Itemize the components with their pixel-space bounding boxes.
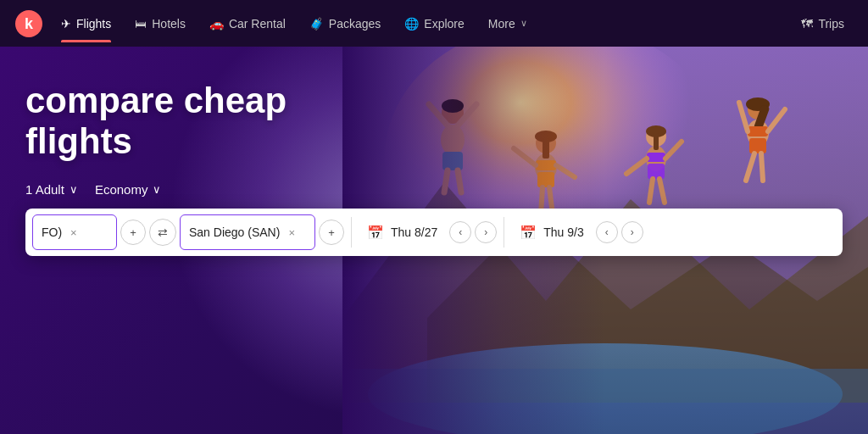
swap-airports-button[interactable]: ⇄ xyxy=(149,219,176,246)
cabin-chevron-icon: ∨ xyxy=(153,183,161,196)
depart-prev-button[interactable]: ‹ xyxy=(449,221,471,243)
destination-field[interactable]: San Diego (SAN) × xyxy=(180,214,315,250)
nav-items: ✈ Flights 🛏 Hotels 🚗 Car Rental 🧳 Packag… xyxy=(51,12,791,36)
passenger-count-label: 1 Adult xyxy=(25,182,64,197)
hotels-label: Hotels xyxy=(152,17,186,31)
hotels-icon: 🛏 xyxy=(135,17,147,31)
cabin-class-selector[interactable]: Economy ∨ xyxy=(95,182,162,197)
nav-item-flights[interactable]: ✈ Flights xyxy=(51,12,121,36)
add-origin-button[interactable]: + xyxy=(120,220,146,245)
flights-label: Flights xyxy=(76,17,111,31)
return-prev-button[interactable]: ‹ xyxy=(596,221,618,243)
add-destination-button[interactable]: + xyxy=(319,220,344,245)
hero-content: compare cheap flights 1 Adult ∨ Economy … xyxy=(0,47,868,434)
origin-clear-button[interactable]: × xyxy=(70,226,77,239)
destination-clear-button[interactable]: × xyxy=(288,226,295,239)
depart-next-button[interactable]: › xyxy=(475,221,497,243)
nav-item-packages[interactable]: 🧳 Packages xyxy=(299,12,391,36)
passenger-selector[interactable]: 1 Adult ∨ xyxy=(25,182,78,197)
navigation: k ✈ Flights 🛏 Hotels 🚗 Car Rental 🧳 Pack… xyxy=(0,0,868,47)
trips-label: Trips xyxy=(818,17,844,31)
svg-text:k: k xyxy=(25,15,34,32)
search-bar: FO) × + ⇄ San Diego (SAN) × + xyxy=(25,209,843,256)
explore-icon: 🌐 xyxy=(404,17,419,31)
depart-date-nav: ‹ › xyxy=(449,221,497,243)
calendar-icon-2: 📅 xyxy=(520,225,537,241)
logo[interactable]: k xyxy=(14,8,44,39)
swap-icon: ⇄ xyxy=(158,225,168,239)
car-rental-label: Car Rental xyxy=(229,17,286,31)
nav-right: 🗺 Trips xyxy=(791,12,854,36)
passenger-label: 1 Adult xyxy=(25,182,64,197)
nav-item-trips[interactable]: 🗺 Trips xyxy=(791,12,854,36)
more-chevron-icon: ∨ xyxy=(520,18,527,29)
passenger-row: 1 Adult ∨ Economy ∨ xyxy=(25,182,843,197)
explore-label: Explore xyxy=(424,17,464,31)
destination-text: San Diego (SAN) xyxy=(189,225,280,239)
nav-item-hotels[interactable]: 🛏 Hotels xyxy=(125,12,196,36)
hero-title: compare cheap flights xyxy=(25,81,381,162)
divider-1 xyxy=(351,217,352,248)
car-icon: 🚗 xyxy=(209,17,224,31)
origin-text: FO) xyxy=(42,225,62,239)
return-next-button[interactable]: › xyxy=(621,221,643,243)
nav-item-more[interactable]: More ∨ xyxy=(478,12,537,36)
depart-date-field[interactable]: 📅 Thu 8/27 xyxy=(359,214,446,250)
more-label: More xyxy=(488,17,515,31)
return-date-field[interactable]: 📅 Thu 9/3 xyxy=(511,214,592,250)
cabin-class-label: Economy xyxy=(95,182,148,197)
origin-field[interactable]: FO) × xyxy=(32,214,117,250)
hero-section: compare cheap flights 1 Adult ∨ Economy … xyxy=(0,47,868,434)
return-date-text: Thu 9/3 xyxy=(543,225,583,239)
passenger-chevron-icon: ∨ xyxy=(70,183,78,196)
calendar-icon: 📅 xyxy=(367,225,384,241)
return-date-nav: ‹ › xyxy=(596,221,643,243)
plus-icon-2: + xyxy=(328,226,335,239)
divider-2 xyxy=(504,217,504,248)
packages-label: Packages xyxy=(329,17,381,31)
nav-item-explore[interactable]: 🌐 Explore xyxy=(394,12,474,36)
depart-date-text: Thu 8/27 xyxy=(391,225,437,239)
flights-icon: ✈ xyxy=(61,17,71,31)
packages-icon: 🧳 xyxy=(309,17,324,31)
nav-item-car-rental[interactable]: 🚗 Car Rental xyxy=(199,12,296,36)
plus-icon: + xyxy=(130,226,136,239)
trips-icon: 🗺 xyxy=(801,17,813,31)
